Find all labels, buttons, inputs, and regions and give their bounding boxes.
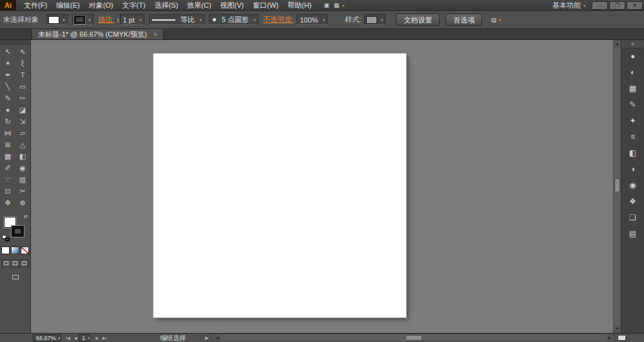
document-tab[interactable]: 未标题-1* @ 66.67% (CMYK/预览) × [32, 29, 164, 39]
fill-color-control[interactable]: ▾ [46, 14, 68, 25]
scroll-up-icon[interactable]: ▲ [614, 40, 621, 48]
launch-bridge-icon[interactable]: ▣ [322, 2, 331, 8]
menu-view[interactable]: 视图(V) [216, 0, 249, 11]
canvas[interactable]: ▲ ▼ [31, 40, 621, 333]
stroke-profile-dropdown[interactable]: 等比 ▾ [149, 14, 204, 25]
previous-artboard-icon[interactable]: ◀ [72, 336, 79, 340]
artboards-panel-button[interactable]: ▤ [624, 226, 642, 242]
transparency-panel-link[interactable]: 不透明度: [263, 15, 293, 25]
screen-mode-button[interactable] [11, 273, 20, 281]
rotate-tool[interactable]: ↻ [1, 116, 15, 127]
symbol-sprayer-tool[interactable]: ∵ [1, 174, 15, 185]
selection-tool[interactable]: ↖ [1, 46, 15, 57]
gradient-button[interactable] [11, 246, 19, 254]
scroll-left-icon[interactable]: ◀ [213, 334, 221, 341]
perspective-grid-tool[interactable]: △ [15, 139, 30, 150]
stroke-panel-button[interactable]: ≡ [624, 129, 642, 145]
workspace-switcher[interactable]: 基本功能 ▾ [546, 1, 592, 10]
pen-tool[interactable]: ✒ [1, 69, 15, 81]
vertical-scroll-thumb[interactable] [614, 178, 620, 192]
draw-inside-button[interactable] [20, 259, 29, 267]
color-guide-panel-button[interactable]: ◐ [624, 65, 642, 81]
paintbrush-tool[interactable]: ✎ [1, 92, 15, 104]
arrange-documents-caret-icon[interactable]: ▾ [342, 3, 344, 8]
lasso-tool[interactable]: ξ [15, 57, 30, 69]
menu-file[interactable]: 文件(F) [19, 0, 52, 11]
blob-brush-tool[interactable]: ● [1, 104, 15, 116]
default-fill-stroke-icon[interactable] [2, 235, 10, 242]
free-transform-tool[interactable]: ▱ [15, 127, 30, 139]
layers-panel-button[interactable]: ❏ [624, 210, 642, 226]
symbols-panel-button[interactable]: ✦ [624, 113, 642, 129]
artboard-navigation-dropdown[interactable]: 1 ▾ [79, 334, 90, 342]
direct-selection-tool[interactable]: ⇖ [15, 46, 30, 57]
menu-type[interactable]: 文字(T) [118, 0, 150, 11]
eyedropper-tool[interactable]: ✐ [1, 162, 15, 174]
first-artboard-icon[interactable]: |◀ [64, 336, 72, 340]
arrange-documents-icon[interactable]: ▦ [333, 2, 341, 8]
column-graph-tool[interactable]: ▥ [15, 174, 30, 185]
document-setup-button[interactable]: 文档设置 [396, 14, 440, 26]
none-button[interactable] [21, 246, 29, 254]
horizontal-scroll-thumb[interactable] [405, 335, 422, 341]
stroke-swatch[interactable] [74, 15, 85, 24]
swap-fill-stroke-icon[interactable]: ⇄ [24, 214, 28, 219]
fill-swatch[interactable] [48, 16, 59, 24]
close-button[interactable]: ✕ [627, 1, 643, 10]
transparency-panel-button[interactable]: ◑ [624, 161, 642, 177]
horizontal-scrollbar[interactable]: ◀ ▶ [213, 334, 614, 342]
scroll-down-icon[interactable]: ▼ [614, 325, 621, 333]
rectangle-tool[interactable]: ▭ [15, 81, 30, 92]
scroll-right-icon[interactable]: ▶ [606, 334, 614, 341]
line-segment-tool[interactable]: ╲ [1, 81, 15, 92]
eraser-tool[interactable]: ◪ [15, 104, 30, 116]
expand-panels-icon[interactable]: « [621, 40, 644, 48]
status-popup-icon[interactable]: ▶ [205, 336, 208, 341]
opacity-dropdown[interactable]: 100% ▾ [297, 14, 327, 25]
graphic-styles-panel-button[interactable]: ❖ [624, 194, 642, 210]
stroke-width-stepper[interactable]: ▴ ▾ [117, 17, 119, 23]
type-tool[interactable]: T [15, 69, 30, 81]
stepper-down-icon[interactable]: ▾ [117, 20, 119, 23]
blend-tool[interactable]: ◉ [15, 162, 30, 174]
color-button[interactable] [1, 246, 10, 254]
menu-select[interactable]: 选择(S) [150, 0, 183, 11]
tools-panel-grip[interactable]: ∙∙ [0, 40, 30, 45]
appearance-panel-button[interactable]: ◉ [624, 177, 642, 194]
draw-behind-button[interactable] [11, 259, 20, 267]
scale-tool[interactable]: ⇲ [15, 116, 30, 127]
color-panel-button[interactable]: ● [624, 48, 642, 65]
stroke-color-box[interactable] [12, 226, 24, 237]
menu-edit[interactable]: 编辑(E) [52, 0, 84, 11]
control-panel-menu[interactable]: ▤ ▾ [489, 17, 501, 23]
tab-close-icon[interactable]: × [153, 31, 157, 38]
menu-help[interactable]: 帮助(H) [283, 0, 316, 11]
gradient-panel-button[interactable]: ◧ [624, 145, 642, 161]
mesh-tool[interactable]: ▦ [1, 150, 15, 162]
slice-tool[interactable]: ✂ [15, 185, 30, 197]
menu-object[interactable]: 对象(O) [84, 0, 118, 11]
style-dropdown[interactable]: ▾ [364, 14, 385, 25]
stroke-panel-link[interactable]: 描边: [98, 15, 114, 25]
pencil-tool[interactable]: ✏ [15, 92, 30, 104]
brush-definition-dropdown[interactable]: 5 点圆形 ▾ [209, 14, 259, 25]
stroke-width-dropdown[interactable]: 1 pt ▾ [120, 14, 144, 25]
swatches-panel-button[interactable]: ▦ [624, 81, 642, 97]
hand-tool[interactable]: ✥ [1, 197, 15, 208]
magic-wand-tool[interactable]: ✶ [1, 57, 15, 69]
brushes-panel-button[interactable]: ✎ [624, 97, 642, 113]
zoom-dropdown[interactable]: 66.67% ▾ [33, 334, 61, 342]
preferences-button[interactable]: 首选项 [445, 14, 482, 26]
artboard[interactable] [153, 54, 406, 317]
artboard-tool[interactable]: ⊡ [1, 185, 15, 197]
stroke-color-control[interactable]: ▾ [72, 14, 93, 25]
width-tool[interactable]: ⋈ [1, 127, 15, 139]
menu-effect[interactable]: 效果(C) [182, 0, 215, 11]
menu-window[interactable]: 窗口(W) [248, 0, 283, 11]
next-artboard-icon[interactable]: ▶ [93, 336, 101, 340]
draw-normal-button[interactable] [2, 259, 11, 267]
restore-button[interactable]: ❐ [609, 1, 625, 10]
zoom-tool[interactable]: ⊕ [15, 197, 30, 208]
shape-builder-tool[interactable]: ⊞ [1, 139, 15, 150]
gradient-tool[interactable]: ◧ [15, 150, 30, 162]
